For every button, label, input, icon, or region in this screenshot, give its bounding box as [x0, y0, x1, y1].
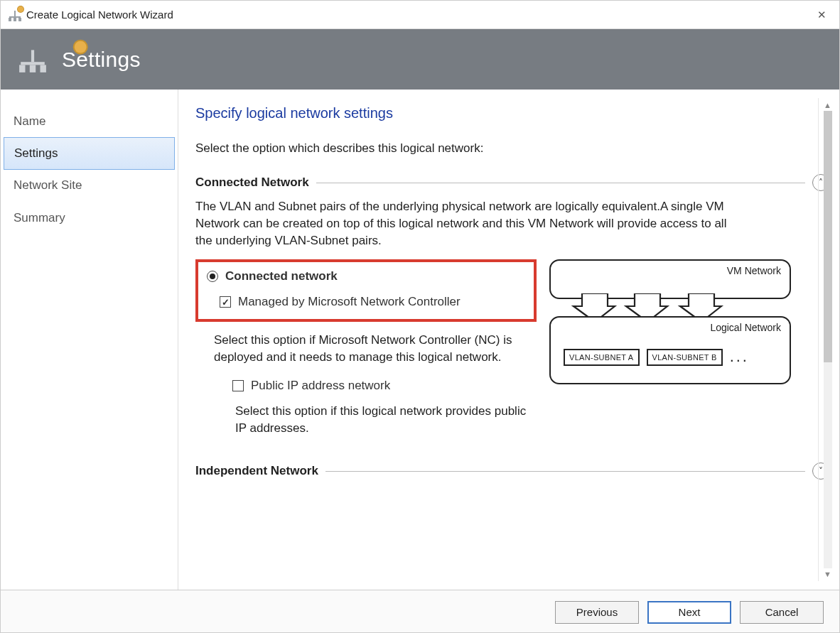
- diagram-vlan-a: VLAN-SUBNET A: [564, 349, 640, 366]
- connected-description: The VLAN and Subnet pairs of the underly…: [195, 198, 736, 249]
- managed-by-nc-checkbox[interactable]: ✓ Managed by Microsoft Network Controlle…: [203, 295, 525, 309]
- wizard-main-panel: Specify logical network settings Select …: [178, 90, 839, 590]
- public-ip-help-text: Select this option if this logical netwo…: [235, 403, 527, 437]
- public-ip-checkbox[interactable]: Public IP address network: [195, 379, 537, 393]
- checkbox-label: Public IP address network: [251, 379, 390, 393]
- nc-help-text: Select this option if Microsoft Network …: [214, 332, 527, 366]
- title-bar: Create Logical Network Wizard ✕: [1, 1, 839, 29]
- scroll-track[interactable]: [824, 111, 832, 568]
- section-independent-label: Independent Network: [195, 464, 318, 478]
- diagram-vlan-b: VLAN-SUBNET B: [647, 349, 723, 366]
- scroll-thumb[interactable]: [824, 111, 832, 362]
- vertical-scrollbar[interactable]: ▲ ▼: [818, 98, 836, 581]
- app-icon: [8, 8, 22, 22]
- section-connected-label: Connected Network: [195, 175, 309, 190]
- wizard-header: Settings: [1, 29, 839, 90]
- section-connected-network-header: Connected Network ˄: [195, 174, 829, 191]
- wizard-sidebar: Name Settings Network Site Summary: [1, 90, 178, 590]
- scroll-down-icon[interactable]: ▼: [822, 568, 833, 580]
- page-instruction: Select the option which describes this l…: [195, 141, 829, 156]
- diagram-logical-network-box: Logical Network VLAN-SUBNET A VLAN-SUBNE…: [549, 316, 791, 384]
- diagram-vm-label: VM Network: [727, 265, 781, 276]
- section-divider: [316, 183, 805, 183]
- section-independent-network-header: Independent Network ˅: [195, 462, 829, 480]
- sidebar-item-name[interactable]: Name: [1, 105, 178, 138]
- close-icon: ✕: [817, 9, 826, 21]
- wizard-footer: Previous Next Cancel: [1, 590, 839, 633]
- window-title: Create Logical Network Wizard: [26, 9, 812, 21]
- highlighted-options: Connected network ✓ Managed by Microsoft…: [195, 259, 537, 322]
- page-title: Specify logical network settings: [195, 105, 829, 121]
- section-divider: [325, 471, 805, 472]
- cancel-button[interactable]: Cancel: [740, 601, 824, 624]
- diagram-vm-network-box: VM Network: [549, 259, 791, 299]
- sidebar-item-settings[interactable]: Settings: [4, 137, 175, 170]
- checkbox-unchecked-icon: [232, 380, 244, 391]
- network-diagram: VM Network Logical Network VLAN-SUBNET A: [549, 259, 791, 384]
- scroll-up-icon[interactable]: ▲: [822, 99, 833, 111]
- radio-label: Connected network: [225, 269, 338, 283]
- wizard-header-icon: [18, 44, 49, 75]
- next-button[interactable]: Next: [647, 601, 731, 624]
- previous-button[interactable]: Previous: [555, 601, 639, 624]
- close-button[interactable]: ✕: [812, 6, 832, 24]
- diagram-logical-label: Logical Network: [710, 322, 781, 333]
- checkbox-checked-icon: ✓: [220, 296, 231, 308]
- connected-network-radio[interactable]: Connected network: [203, 269, 525, 283]
- sidebar-item-network-site[interactable]: Network Site: [1, 169, 178, 202]
- radio-icon: [207, 271, 218, 282]
- diagram-ellipsis: ...: [730, 347, 749, 367]
- sidebar-item-summary[interactable]: Summary: [1, 202, 178, 234]
- checkbox-label: Managed by Microsoft Network Controller: [238, 295, 461, 309]
